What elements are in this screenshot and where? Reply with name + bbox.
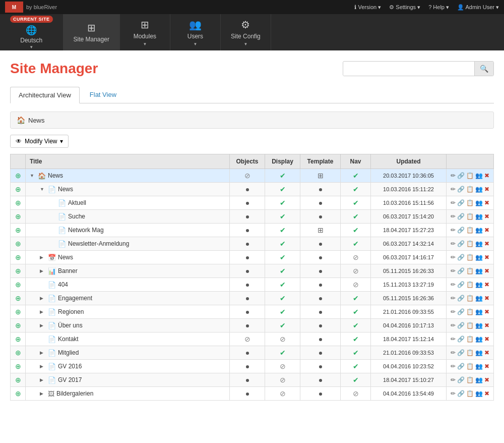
add-row-icon[interactable]: ⊕: [15, 267, 21, 275]
link-icon[interactable]: 🔗: [457, 172, 465, 179]
copy-icon[interactable]: 📋: [466, 336, 474, 343]
delete-icon[interactable]: ✖: [484, 295, 489, 302]
permissions-icon[interactable]: 👥: [475, 295, 483, 302]
add-row-icon[interactable]: ⊕: [15, 199, 21, 207]
edit-icon[interactable]: ✏: [451, 281, 456, 288]
tree-toggle[interactable]: ▶: [40, 296, 46, 301]
tree-toggle[interactable]: ▶: [40, 377, 46, 382]
permissions-icon[interactable]: 👥: [475, 172, 483, 179]
edit-icon[interactable]: ✏: [451, 308, 456, 315]
edit-icon[interactable]: ✏: [451, 240, 456, 247]
delete-icon[interactable]: ✖: [484, 322, 489, 329]
link-icon[interactable]: 🔗: [457, 336, 465, 343]
add-row-icon[interactable]: ⊕: [15, 212, 21, 220]
edit-icon[interactable]: ✏: [451, 267, 456, 274]
add-row-icon[interactable]: ⊕: [15, 281, 21, 289]
link-icon[interactable]: 🔗: [457, 322, 465, 329]
copy-icon[interactable]: 📋: [466, 308, 474, 315]
copy-icon[interactable]: 📋: [466, 240, 474, 247]
delete-icon[interactable]: ✖: [484, 186, 489, 193]
copy-icon[interactable]: 📋: [466, 390, 474, 397]
copy-icon[interactable]: 📋: [466, 349, 474, 356]
add-row-icon[interactable]: ⊕: [15, 185, 21, 193]
edit-icon[interactable]: ✏: [451, 254, 456, 261]
edit-icon[interactable]: ✏: [451, 349, 456, 356]
add-row-icon[interactable]: ⊕: [15, 390, 21, 398]
delete-icon[interactable]: ✖: [484, 281, 489, 288]
edit-icon[interactable]: ✏: [451, 390, 456, 397]
copy-icon[interactable]: 📋: [466, 254, 474, 261]
search-input[interactable]: [343, 62, 474, 76]
edit-icon[interactable]: ✏: [451, 213, 456, 220]
edit-icon[interactable]: ✏: [451, 199, 456, 206]
link-icon[interactable]: 🔗: [457, 213, 465, 220]
permissions-icon[interactable]: 👥: [475, 308, 483, 315]
permissions-icon[interactable]: 👥: [475, 240, 483, 247]
link-icon[interactable]: 🔗: [457, 308, 465, 315]
add-row-icon[interactable]: ⊕: [15, 226, 21, 234]
permissions-icon[interactable]: 👥: [475, 267, 483, 274]
edit-icon[interactable]: ✏: [451, 186, 456, 193]
add-row-icon[interactable]: ⊕: [15, 172, 21, 180]
tree-toggle[interactable]: ▶: [40, 391, 46, 396]
link-icon[interactable]: 🔗: [457, 363, 465, 370]
tree-toggle[interactable]: ▶: [40, 364, 46, 369]
link-icon[interactable]: 🔗: [457, 199, 465, 206]
permissions-icon[interactable]: 👥: [475, 390, 483, 397]
nav-item-site-manager[interactable]: ⊞ Site Manager: [64, 14, 120, 50]
add-row-icon[interactable]: ⊕: [15, 362, 21, 370]
add-row-icon[interactable]: ⊕: [15, 240, 21, 248]
delete-icon[interactable]: ✖: [484, 336, 489, 343]
copy-icon[interactable]: 📋: [466, 213, 474, 220]
add-row-icon[interactable]: ⊕: [15, 376, 21, 384]
edit-icon[interactable]: ✏: [451, 336, 456, 343]
link-icon[interactable]: 🔗: [457, 281, 465, 288]
permissions-icon[interactable]: 👥: [475, 322, 483, 329]
copy-icon[interactable]: 📋: [466, 267, 474, 274]
tree-toggle[interactable]: ▼: [30, 173, 36, 178]
add-row-icon[interactable]: ⊕: [15, 349, 21, 357]
tree-toggle[interactable]: ▼: [40, 187, 46, 192]
permissions-icon[interactable]: 👥: [475, 254, 483, 261]
nav-item-deutsch[interactable]: CURRENT SITE 🌐 Deutsch ▼: [0, 14, 64, 50]
link-icon[interactable]: 🔗: [457, 390, 465, 397]
permissions-icon[interactable]: 👥: [475, 336, 483, 343]
copy-icon[interactable]: 📋: [466, 295, 474, 302]
copy-icon[interactable]: 📋: [466, 376, 474, 383]
add-row-icon[interactable]: ⊕: [15, 308, 21, 316]
edit-icon[interactable]: ✏: [451, 295, 456, 302]
delete-icon[interactable]: ✖: [484, 172, 489, 179]
nav-item-modules[interactable]: ⊞ Modules ▼: [120, 14, 170, 50]
delete-icon[interactable]: ✖: [484, 363, 489, 370]
permissions-icon[interactable]: 👥: [475, 349, 483, 356]
add-row-icon[interactable]: ⊕: [15, 335, 21, 343]
permissions-icon[interactable]: 👥: [475, 186, 483, 193]
permissions-icon[interactable]: 👥: [475, 376, 483, 383]
delete-icon[interactable]: ✖: [484, 227, 489, 234]
edit-icon[interactable]: ✏: [451, 227, 456, 234]
link-icon[interactable]: 🔗: [457, 267, 465, 274]
delete-icon[interactable]: ✖: [484, 267, 489, 274]
edit-icon[interactable]: ✏: [451, 322, 456, 329]
delete-icon[interactable]: ✖: [484, 349, 489, 356]
delete-icon[interactable]: ✖: [484, 199, 489, 206]
tab-architectural[interactable]: Architectural View: [10, 87, 80, 103]
modify-view-button[interactable]: 👁 Modify View ▾: [10, 135, 69, 148]
link-icon[interactable]: 🔗: [457, 349, 465, 356]
link-icon[interactable]: 🔗: [457, 186, 465, 193]
permissions-icon[interactable]: 👥: [475, 227, 483, 234]
tree-toggle[interactable]: ▶: [40, 309, 46, 314]
link-icon[interactable]: 🔗: [457, 227, 465, 234]
add-row-icon[interactable]: ⊕: [15, 253, 21, 261]
nav-item-site-config[interactable]: ⚙ Site Config ▼: [221, 14, 271, 50]
copy-icon[interactable]: 📋: [466, 172, 474, 179]
delete-icon[interactable]: ✖: [484, 376, 489, 383]
tree-toggle[interactable]: ▶: [40, 255, 46, 260]
link-icon[interactable]: 🔗: [457, 295, 465, 302]
add-row-icon[interactable]: ⊕: [15, 321, 21, 329]
permissions-icon[interactable]: 👥: [475, 363, 483, 370]
help-link[interactable]: ? Help ▾: [428, 4, 449, 11]
delete-icon[interactable]: ✖: [484, 308, 489, 315]
copy-icon[interactable]: 📋: [466, 227, 474, 234]
delete-icon[interactable]: ✖: [484, 390, 489, 397]
